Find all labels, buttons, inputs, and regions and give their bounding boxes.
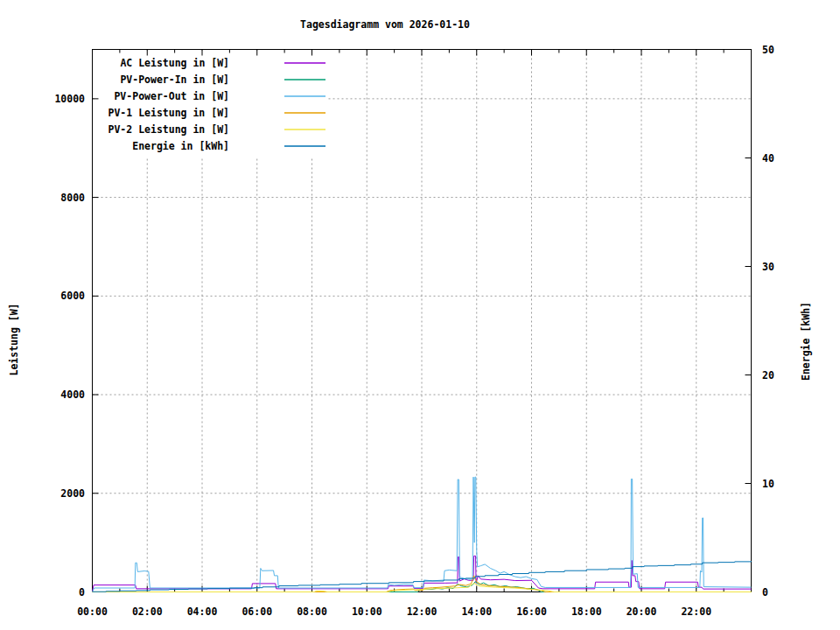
legend-label-pv2: PV-2 Leistung in [W] — [108, 123, 229, 136]
x-tick-label: 20:00 — [626, 606, 657, 618]
legend-label-pv_out: PV-Power-Out in [W] — [114, 90, 229, 102]
chart-canvas: Tagesdiagramm vom 2026-01-10 Leistung [W… — [0, 0, 840, 630]
y2-tick-label: 30 — [762, 261, 774, 273]
y-tick-label: 0 — [79, 586, 85, 598]
x-tick-label: 02:00 — [132, 606, 163, 618]
x-tick-label: 10:00 — [352, 606, 382, 618]
x-tick-label: 08:00 — [297, 606, 327, 618]
plot-area: 00:0002:0004:0006:0008:0010:0012:0014:00… — [0, 0, 840, 630]
y2-tick-label: 40 — [762, 152, 774, 164]
y-tick-label: 6000 — [60, 290, 85, 302]
legend-label-pv_in: PV-Power-In in [W] — [120, 74, 229, 86]
x-tick-label: 16:00 — [516, 606, 547, 618]
x-tick-label: 06:00 — [242, 606, 272, 618]
x-tick-label: 18:00 — [571, 606, 602, 618]
x-tick-label: 04:00 — [187, 606, 218, 618]
legend-label-pv1: PV-1 Leistung in [W] — [108, 107, 229, 119]
x-tick-label: 00:00 — [77, 606, 108, 618]
y2-tick-label: 0 — [762, 586, 768, 598]
y-tick-label: 4000 — [60, 388, 85, 401]
y2-tick-label: 20 — [762, 369, 774, 382]
y-tick-label: 8000 — [60, 192, 85, 204]
y2-tick-label: 10 — [762, 478, 774, 490]
legend-label-energie: Energie in [kWh] — [132, 140, 229, 152]
x-tick-label: 12:00 — [407, 606, 438, 618]
x-tick-label: 22:00 — [681, 606, 711, 618]
y-tick-label: 2000 — [60, 487, 85, 500]
legend-label-ac: AC Leistung in [W] — [120, 57, 229, 69]
y2-tick-label: 50 — [762, 44, 774, 56]
y-tick-label: 10000 — [54, 93, 85, 105]
x-tick-label: 14:00 — [461, 606, 492, 618]
